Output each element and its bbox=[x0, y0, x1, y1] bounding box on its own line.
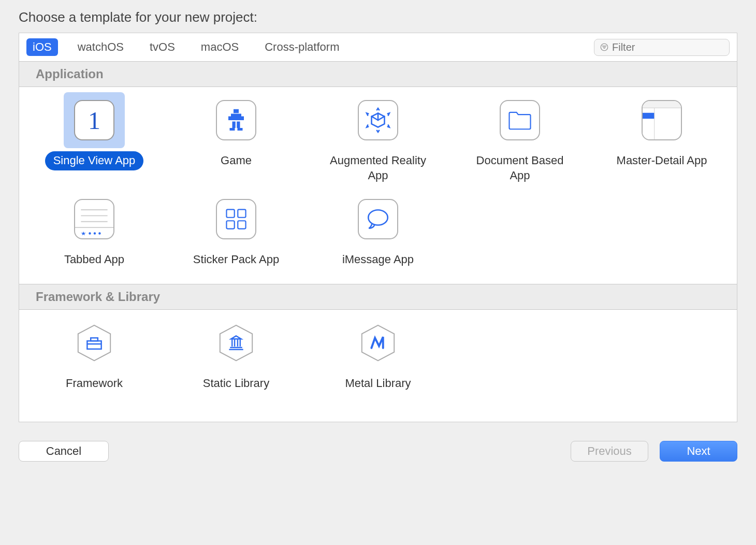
template-master-detail-app[interactable]: Master-Detail App bbox=[591, 92, 733, 185]
platform-tab-bar: iOS watchOS tvOS macOS Cross-platform bbox=[19, 33, 737, 62]
template-label: Static Library bbox=[195, 374, 278, 393]
cancel-button[interactable]: Cancel bbox=[19, 441, 109, 462]
svg-marker-25 bbox=[81, 232, 85, 236]
filter-input[interactable] bbox=[612, 41, 743, 53]
tab-crossplatform[interactable]: Cross-platform bbox=[258, 38, 345, 56]
framework-grid: Framework Static Library bbox=[19, 310, 737, 408]
svg-point-26 bbox=[89, 233, 91, 235]
section-header-application: Application bbox=[19, 62, 737, 87]
tab-watchos[interactable]: watchOS bbox=[71, 38, 130, 56]
svg-marker-34 bbox=[78, 325, 110, 361]
svg-point-33 bbox=[368, 210, 387, 225]
template-label: Metal Library bbox=[337, 374, 419, 393]
template-sticker-pack-app[interactable]: Sticker Pack App bbox=[165, 191, 307, 269]
svg-marker-38 bbox=[220, 325, 252, 361]
filter-icon bbox=[600, 41, 609, 53]
svg-rect-9 bbox=[237, 122, 240, 128]
svg-rect-18 bbox=[643, 113, 655, 119]
svg-point-27 bbox=[94, 233, 96, 235]
template-label: Document Based App bbox=[463, 151, 577, 185]
template-game[interactable]: Game bbox=[165, 92, 307, 185]
metal-library-icon bbox=[347, 315, 409, 371]
template-static-library[interactable]: Static Library bbox=[165, 315, 307, 393]
template-label: Single View App bbox=[45, 151, 144, 170]
svg-rect-7 bbox=[241, 117, 244, 121]
template-label: Master-Detail App bbox=[608, 151, 716, 170]
template-single-view-app[interactable]: 1 Single View App bbox=[23, 92, 165, 185]
svg-rect-30 bbox=[238, 210, 245, 218]
single-view-app-icon: 1 bbox=[64, 92, 125, 148]
template-doc-based-app[interactable]: Document Based App bbox=[449, 92, 591, 185]
previous-button: Previous bbox=[571, 441, 648, 462]
svg-rect-4 bbox=[234, 109, 239, 113]
template-label: iMessage App bbox=[334, 250, 422, 269]
template-chooser-panel: iOS watchOS tvOS macOS Cross-platform Ap… bbox=[19, 33, 737, 422]
template-metal-library[interactable]: Metal Library bbox=[307, 315, 449, 393]
template-imessage-app[interactable]: iMessage App bbox=[307, 191, 449, 269]
svg-rect-11 bbox=[238, 128, 243, 131]
ar-app-icon bbox=[347, 92, 409, 148]
filter-field-wrap[interactable] bbox=[594, 39, 730, 56]
dialog-footer: Cancel Previous Next bbox=[19, 441, 737, 462]
dialog-title: Choose a template for your new project: bbox=[19, 9, 737, 25]
svg-rect-16 bbox=[643, 101, 681, 108]
game-icon bbox=[206, 92, 267, 148]
section-header-framework: Framework & Library bbox=[19, 284, 737, 310]
template-ar-app[interactable]: Augmented Reality App bbox=[307, 92, 449, 185]
svg-rect-6 bbox=[228, 117, 231, 121]
template-label: Framework bbox=[57, 374, 131, 393]
template-framework[interactable]: Framework bbox=[23, 315, 165, 393]
svg-line-14 bbox=[372, 117, 378, 120]
tab-tvos[interactable]: tvOS bbox=[143, 38, 181, 56]
doc-based-app-icon bbox=[489, 92, 550, 148]
application-grid: 1 Single View App Game Augmented Reality… bbox=[19, 87, 737, 284]
imessage-app-icon bbox=[347, 191, 409, 247]
svg-rect-5 bbox=[231, 114, 241, 121]
template-label: Game bbox=[212, 151, 260, 170]
svg-line-15 bbox=[378, 117, 384, 120]
next-button[interactable]: Next bbox=[660, 441, 737, 462]
svg-rect-29 bbox=[226, 210, 234, 218]
svg-rect-17 bbox=[643, 108, 655, 139]
template-label: Augmented Reality App bbox=[321, 151, 435, 185]
template-tabbed-app[interactable]: Tabbed App bbox=[23, 191, 165, 269]
template-label: Sticker Pack App bbox=[185, 250, 287, 269]
sticker-pack-app-icon bbox=[206, 191, 267, 247]
svg-point-28 bbox=[98, 233, 100, 235]
master-detail-app-icon bbox=[631, 92, 692, 148]
svg-rect-10 bbox=[230, 128, 235, 131]
tab-macos[interactable]: macOS bbox=[195, 38, 245, 56]
framework-icon bbox=[64, 315, 125, 371]
svg-rect-32 bbox=[238, 221, 245, 228]
static-library-icon bbox=[206, 315, 267, 371]
svg-rect-31 bbox=[226, 221, 234, 228]
tabbed-app-icon bbox=[64, 191, 125, 247]
template-label: Tabbed App bbox=[56, 250, 133, 269]
tab-ios[interactable]: iOS bbox=[26, 38, 58, 56]
svg-rect-8 bbox=[232, 122, 236, 128]
